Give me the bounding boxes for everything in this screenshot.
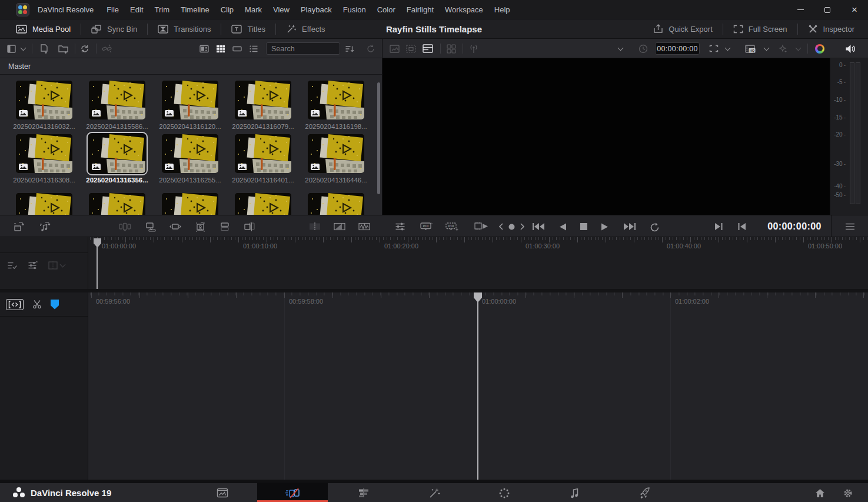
menu-fusion[interactable]: Fusion — [343, 5, 366, 14]
ripple-overwrite-icon[interactable] — [167, 215, 184, 238]
menu-mark[interactable]: Mark — [245, 5, 262, 14]
loop-icon[interactable] — [646, 215, 663, 238]
transition-view-icon[interactable] — [331, 215, 348, 238]
sync-bin-button[interactable]: Sync Bin — [81, 19, 147, 38]
project-home-button[interactable] — [811, 483, 829, 502]
menu-timeline[interactable]: Timeline — [181, 5, 209, 14]
add-folder-icon[interactable] — [55, 39, 71, 58]
quick-export-button[interactable]: Quick Export — [643, 19, 722, 38]
app-name-menu[interactable]: DaVinci Resolve — [38, 5, 94, 14]
menu-burger-icon[interactable] — [842, 215, 858, 238]
previous-edit-icon[interactable] — [734, 215, 750, 238]
card-view-icon[interactable] — [198, 39, 211, 58]
refresh-icon[interactable] — [364, 39, 378, 58]
clip-thumbnail[interactable] — [162, 134, 218, 173]
media-clip[interactable]: 202502041316255... — [154, 134, 227, 184]
media-page-tab[interactable] — [187, 483, 258, 502]
transitions-button[interactable]: Transitions — [148, 19, 221, 38]
source-tape-icon[interactable] — [404, 39, 418, 58]
inspector-button[interactable]: Inspector — [798, 19, 864, 38]
razor-view-icon[interactable] — [306, 215, 324, 238]
fairlight-page-tab[interactable] — [540, 483, 610, 502]
media-clip[interactable]: 202502041316120... — [154, 81, 227, 130]
next-edit-icon[interactable] — [711, 215, 726, 238]
timeline-timecode[interactable]: 00:00:00:00 — [765, 215, 824, 238]
stream-icon[interactable] — [466, 39, 481, 58]
overview-playhead-marker[interactable] — [94, 238, 101, 248]
current-frame-icon[interactable] — [506, 215, 517, 238]
snap-shield-icon[interactable] — [51, 300, 59, 310]
multicam-icon[interactable] — [444, 39, 459, 58]
media-clip[interactable] — [154, 193, 227, 215]
menu-file[interactable]: File — [107, 5, 119, 14]
project-settings-button[interactable] — [839, 483, 857, 502]
timeline-detail[interactable]: 00:59:56:0000:59:58:0001:00:00:0001:00:0… — [0, 292, 868, 480]
clip-thumbnail[interactable] — [16, 193, 72, 215]
timeline-playhead-marker[interactable] — [474, 292, 482, 302]
play-icon[interactable] — [598, 215, 612, 238]
quality-hq-icon[interactable]: HQ — [743, 39, 758, 58]
media-clip[interactable]: 202502041316308... — [8, 134, 81, 184]
split-scissors-icon[interactable] — [32, 300, 42, 309]
checklist-icon[interactable] — [7, 261, 18, 270]
maximize-button[interactable] — [814, 0, 841, 19]
timeline-playhead[interactable] — [477, 292, 478, 480]
bin-name[interactable]: Master — [8, 62, 31, 71]
menu-edit[interactable]: Edit — [130, 5, 143, 14]
step-forward-icon[interactable] — [517, 215, 527, 238]
app-logo-icon[interactable] — [16, 3, 29, 16]
menu-color[interactable]: Color — [377, 5, 395, 14]
preview-play-icon[interactable] — [472, 215, 492, 238]
insert-clip-icon[interactable] — [11, 215, 27, 238]
close-up-icon[interactable] — [241, 215, 258, 238]
enhance-chevron-icon[interactable] — [793, 39, 803, 58]
append-icon[interactable] — [142, 215, 159, 238]
poi-icon[interactable]: POI — [417, 215, 435, 238]
clip-thumbnail[interactable] — [235, 193, 291, 215]
minimize-button[interactable] — [787, 0, 814, 19]
viewer-timecode[interactable]: 00:00:00:00 — [655, 42, 700, 55]
full-screen-button[interactable]: Full Screen — [723, 19, 797, 38]
add-file-icon[interactable] — [36, 39, 52, 58]
clip-thumbnail[interactable] — [235, 81, 291, 119]
clip-thumbnail[interactable] — [308, 193, 364, 215]
step-back-icon[interactable] — [496, 215, 505, 238]
media-clip[interactable] — [81, 193, 154, 215]
filmstrip-icon[interactable] — [48, 261, 65, 270]
clip-thumbnail[interactable] — [89, 81, 145, 119]
color-page-tab[interactable] — [469, 483, 540, 502]
timeline-overview[interactable]: 01:00:00:0001:00:10:0001:00:20:0001:00:3… — [0, 237, 868, 290]
media-clip[interactable] — [300, 193, 373, 215]
clip-dropdown-chevron-icon[interactable] — [616, 39, 625, 58]
media-clip[interactable]: 202502041316032... — [8, 81, 81, 130]
media-clip[interactable]: 202502041316198... — [300, 81, 373, 130]
media-clip[interactable]: 202502041316401... — [227, 134, 300, 184]
timeline-view-icon[interactable] — [420, 39, 435, 58]
quality-chevron-icon[interactable] — [761, 39, 771, 58]
media-pool-scrollbar[interactable] — [377, 82, 380, 194]
media-clip[interactable]: 202502041315586... — [81, 81, 154, 130]
strip-view-icon[interactable] — [231, 39, 244, 58]
menu-clip[interactable]: Clip — [221, 5, 234, 14]
bin-chevron-down-icon[interactable] — [19, 39, 27, 58]
media-pool-button[interactable]: Media Pool — [6, 19, 81, 38]
levels-icon[interactable] — [28, 261, 38, 270]
clip-thumbnail[interactable] — [308, 81, 364, 119]
clip-thumbnail[interactable] — [89, 134, 145, 173]
media-clip[interactable]: 202502041316356... — [81, 134, 154, 184]
sort-icon[interactable] — [342, 39, 357, 58]
effects-button[interactable]: Effects — [276, 19, 335, 38]
waveform-view-icon[interactable] — [355, 215, 373, 238]
unlink-icon[interactable] — [99, 39, 114, 58]
titles-button[interactable]: Titles — [221, 19, 275, 38]
source-clip-icon[interactable] — [387, 39, 401, 58]
media-clip[interactable] — [8, 193, 81, 215]
thumbnail-view-icon[interactable] — [214, 39, 227, 58]
media-clip[interactable]: 202502041316079... — [227, 81, 300, 130]
search-input[interactable] — [266, 42, 340, 55]
clip-thumbnail[interactable] — [162, 81, 218, 119]
go-to-first-frame-icon[interactable] — [530, 215, 547, 238]
trim-tool-icon[interactable] — [6, 299, 24, 310]
insert-audio-icon[interactable] — [36, 215, 53, 238]
media-clip[interactable]: 202502041316446... — [300, 134, 373, 184]
